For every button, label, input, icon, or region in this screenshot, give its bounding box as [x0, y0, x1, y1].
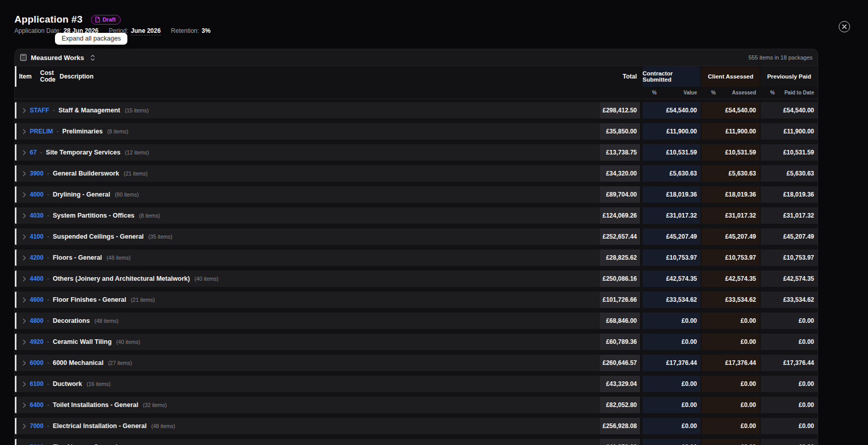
panel-title: Measured Works [31, 54, 84, 62]
package-row-description-cell: 4600 - Floor Finishes - General (21 item… [15, 292, 600, 308]
chevron-right-icon[interactable] [23, 171, 26, 177]
package-row[interactable]: 4200 - Floors - General (48 items) £28,8… [15, 249, 818, 266]
column-assessed-percent: % [702, 90, 725, 95]
package-cost-code: 4200 [30, 254, 44, 261]
package-row[interactable]: 6400 - Toilet Installations - General (3… [15, 397, 818, 413]
chevron-right-icon[interactable] [23, 339, 26, 345]
package-contractor-submitted: £42,574.35 [643, 270, 701, 287]
package-row[interactable]: 4920 - Ceramic Wall Tiling (40 items) £6… [15, 334, 818, 350]
column-group-contractor-submitted: Contractor Submitted [643, 66, 701, 87]
chevron-right-icon[interactable] [23, 255, 26, 261]
package-total: £252,657.44 [600, 228, 640, 245]
chevron-right-icon[interactable] [23, 318, 26, 324]
package-client-assessed: £0.00 [702, 439, 760, 445]
package-row[interactable]: STAFF - Staff & Management (15 items) £2… [15, 102, 818, 119]
chevron-right-icon[interactable] [23, 234, 26, 240]
package-row[interactable]: 4400 - Others (Joinery and Architectural… [15, 270, 818, 287]
close-button[interactable] [839, 21, 850, 32]
package-row[interactable]: 7000 - Electrical Installation - General… [15, 418, 818, 434]
package-client-assessed: £11,900.00 [702, 123, 760, 140]
close-icon [842, 24, 847, 29]
package-description: Others (Joinery and Architectural Metalw… [53, 275, 190, 282]
package-item-count: (27 items) [108, 360, 132, 366]
period-value[interactable]: June 2026 [131, 27, 161, 35]
column-contractor-percent: % [643, 90, 666, 95]
code-separator: - [47, 254, 49, 261]
package-row[interactable]: 6000 - 6000 Mechanical (27 items) £260,6… [15, 355, 818, 371]
package-item-count: (8 items) [107, 128, 128, 134]
code-separator: - [47, 317, 49, 324]
package-total: £34,320.00 [600, 165, 640, 182]
column-cost-code: Cost Code [40, 70, 60, 83]
package-contractor-submitted: £31,017.32 [643, 207, 701, 224]
package-description: Ceramic Wall Tiling [53, 338, 112, 345]
package-item-count: (12 items) [125, 149, 149, 156]
column-assessed-value: Assessed [725, 90, 760, 95]
package-client-assessed: £18,019.36 [702, 186, 760, 203]
chevron-right-icon[interactable] [23, 423, 26, 429]
package-row[interactable]: PRELIM - Preliminaries (8 items) £35,850… [15, 123, 818, 140]
package-row-description-cell: 4200 - Floors - General (48 items) [15, 249, 600, 266]
package-row[interactable]: 6100 - Ductwork (16 items) £43,329.04 £0… [15, 376, 818, 392]
package-row-description-cell: 4030 - System Partitions - Offices (8 it… [15, 207, 600, 224]
package-cost-code: 3900 [30, 170, 44, 177]
chevron-right-icon[interactable] [23, 192, 26, 198]
chevron-right-icon[interactable] [23, 276, 26, 282]
expand-all-packages-icon[interactable] [90, 54, 95, 61]
package-row[interactable]: 67 - Site Temporary Services (12 items) … [15, 144, 818, 161]
package-item-count: (21 items) [124, 170, 148, 177]
package-total: £124,069.26 [600, 207, 640, 224]
chevron-right-icon[interactable] [23, 381, 26, 387]
chevron-right-icon[interactable] [23, 402, 26, 408]
package-row-description-cell: 4100 - Suspended Ceilings - General (35 … [15, 228, 600, 245]
package-item-count: (48 items) [151, 423, 175, 429]
package-row[interactable]: 4100 - Suspended Ceilings - General (35 … [15, 228, 818, 245]
package-previously-paid: £45,207.49 [761, 228, 818, 245]
chevron-right-icon[interactable] [23, 150, 26, 156]
package-client-assessed: £42,574.35 [702, 270, 760, 287]
meta-retention: Retention: 3% [171, 27, 211, 35]
measured-works-panel: Measured Works 555 items in 18 packages … [14, 49, 818, 445]
package-row[interactable]: 7200 - Fire Alarms - General (9 items) £… [15, 439, 818, 445]
package-row[interactable]: 4030 - System Partitions - Offices (8 it… [15, 207, 818, 224]
package-row[interactable]: 4600 - Floor Finishes - General (21 item… [15, 292, 818, 308]
table-subheader: % Value % Assessed % Paid to Date [15, 87, 818, 99]
package-client-assessed: £5,630.63 [702, 165, 760, 182]
chevron-right-icon[interactable] [23, 213, 26, 219]
package-previously-paid: £5,630.63 [761, 165, 818, 182]
package-item-count: (8 items) [139, 212, 160, 219]
package-contractor-submitted: £11,900.00 [643, 123, 701, 140]
code-separator: - [47, 359, 49, 366]
package-previously-paid: £54,540.00 [761, 102, 818, 119]
package-row-description-cell: 4800 - Decorations (48 items) [15, 313, 600, 329]
package-cost-code: 4400 [30, 275, 44, 282]
chevron-right-icon[interactable] [23, 129, 26, 134]
package-previously-paid: £0.00 [761, 334, 818, 350]
column-total: Total [600, 66, 640, 87]
package-row[interactable]: 4000 - Drylining - General (80 items) £8… [15, 186, 818, 203]
package-description: Electrical Installation - General [53, 422, 147, 430]
package-row-description-cell: STAFF - Staff & Management (15 items) [15, 102, 600, 119]
chevron-right-icon[interactable] [23, 360, 26, 366]
chevron-right-icon[interactable] [23, 108, 26, 113]
package-client-assessed: £0.00 [702, 418, 760, 434]
package-client-assessed: £45,207.49 [702, 228, 760, 245]
package-total: £298,412.50 [600, 102, 640, 119]
package-row-description-cell: 67 - Site Temporary Services (12 items) [15, 144, 600, 161]
column-group-client-assessed: Client Assessed [702, 66, 760, 87]
package-item-count: (48 items) [95, 318, 119, 324]
package-row-description-cell: 4000 - Drylining - General (80 items) [15, 186, 600, 203]
package-contractor-submitted: £0.00 [643, 313, 701, 329]
package-row[interactable]: 3900 - General Builderswork (21 items) £… [15, 165, 818, 182]
column-description: Description [60, 73, 93, 80]
package-total: £68,846.00 [600, 313, 640, 329]
package-contractor-submitted: £0.00 [643, 418, 701, 434]
chevron-right-icon[interactable] [23, 297, 26, 303]
package-row[interactable]: 4800 - Decorations (48 items) £68,846.00… [15, 313, 818, 329]
table-header: Item Cost Code Description Total Contrac… [15, 66, 818, 87]
package-description: 6000 Mechanical [53, 359, 104, 366]
items-summary: 555 items in 18 packages [748, 54, 813, 61]
package-contractor-submitted: £0.00 [643, 376, 701, 392]
package-cost-code: 6000 [30, 359, 44, 366]
package-total: £250,086.16 [600, 270, 640, 287]
